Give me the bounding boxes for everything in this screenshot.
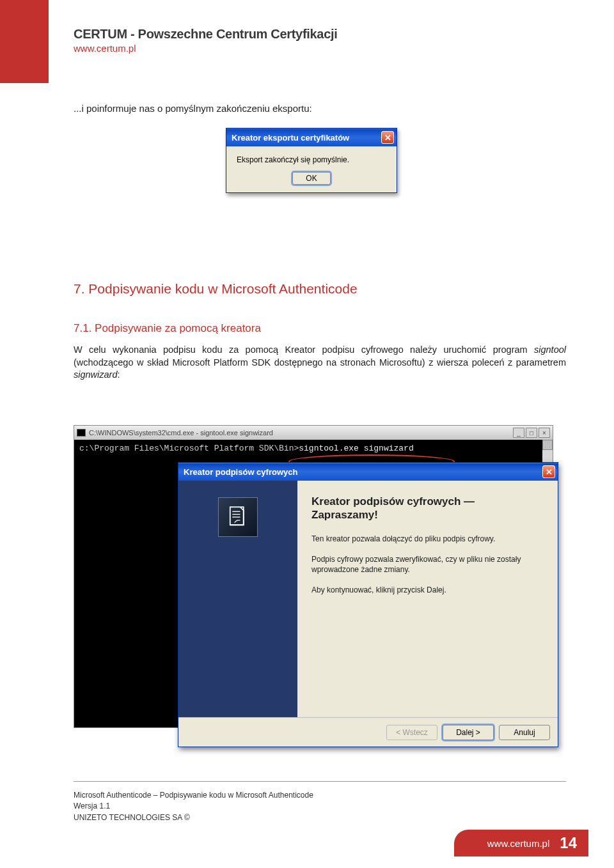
- cmd-line: c:\Program Files\Microsoft Platform SDK\…: [79, 444, 547, 453]
- para-text: (wchodzącego w skład Microsoft Platform …: [74, 357, 566, 368]
- svg-rect-0: [230, 507, 244, 525]
- wizard-p3: Aby kontynuować, kliknij przycisk Dalej.: [311, 585, 544, 595]
- section-7-heading: 7. Podpisywanie kodu w Microsoft Authent…: [74, 281, 566, 297]
- signature-wizard-dialog: Kreator podpisów cyfrowych ✕ Kreator pod…: [178, 462, 558, 747]
- footer-text: Microsoft Authenticode – Podpisywanie ko…: [74, 790, 313, 823]
- wizard-p1: Ten kreator pozwala dołączyć do pliku po…: [311, 534, 544, 544]
- cmd-titlebar[interactable]: C:\WINDOWS\system32\cmd.exe - signtool.e…: [74, 426, 553, 440]
- header-title: CERTUM - Powszechne Centrum Certyfikacji: [74, 27, 338, 42]
- close-icon[interactable]: ✕: [542, 465, 555, 478]
- back-button: < Wstecz: [386, 725, 437, 740]
- wizard-side-banner: [178, 481, 297, 717]
- page-header: CERTUM - Powszechne Centrum Certyfikacji…: [74, 27, 338, 54]
- close-icon[interactable]: ×: [539, 428, 550, 438]
- wizard-button-row: < Wstecz Dalej > Anuluj: [178, 717, 558, 747]
- dialog-title: Kreator podpisów cyfrowych: [184, 467, 297, 477]
- footer-line-3: UNIZETO TECHNOLOGIES SA ©: [74, 812, 313, 823]
- section-7-1-heading: 7.1. Podpisywanie za pomocą kreatora: [74, 322, 566, 335]
- dialog-body: Eksport zakończył się pomyślnie. OK: [226, 146, 397, 192]
- signtool-term: signtool: [534, 345, 566, 355]
- dialog-title: Kreator eksportu certyfikatów: [232, 133, 349, 143]
- signwizard-term: signwizard: [74, 369, 118, 380]
- page-number-badge: www.certum.pl 14: [454, 830, 588, 856]
- section-7-1-paragraph: W celu wykonania podpisu kodu za pomocą …: [74, 344, 566, 382]
- close-icon[interactable]: ✕: [381, 131, 394, 144]
- maximize-icon[interactable]: □: [526, 428, 537, 438]
- footer-divider: [74, 781, 566, 782]
- wizard-main: Kreator podpisów cyfrowych — Zapraszamy!…: [297, 481, 558, 717]
- wizard-p2: Podpis cyfrowy pozwala zweryfikować, czy…: [311, 554, 544, 575]
- wizard-body: Kreator podpisów cyfrowych — Zapraszamy!…: [178, 481, 558, 717]
- wizard-heading: Kreator podpisów cyfrowych — Zapraszamy!: [311, 495, 544, 522]
- export-success-message: Eksport zakończył się pomyślnie.: [234, 155, 389, 164]
- dialog-titlebar[interactable]: Kreator eksportu certyfikatów ✕: [226, 128, 397, 146]
- footer-line-1: Microsoft Authenticode – Podpisywanie ko…: [74, 790, 313, 801]
- scroll-up-icon[interactable]: ▴: [542, 440, 553, 450]
- cancel-button[interactable]: Anuluj: [499, 725, 550, 740]
- next-button[interactable]: Dalej >: [443, 725, 494, 740]
- dialog-titlebar[interactable]: Kreator podpisów cyfrowych ✕: [178, 463, 558, 481]
- ok-button[interactable]: OK: [292, 172, 330, 185]
- footer-url: www.certum.pl: [487, 838, 550, 849]
- intro-paragraph: ...i poinformuje nas o pomyślnym zakończ…: [74, 102, 566, 115]
- cmd-icon: [77, 429, 86, 437]
- export-success-dialog: Kreator eksportu certyfikatów ✕ Eksport …: [226, 128, 397, 193]
- cmd-command: signtool.exe signwizard: [299, 444, 413, 453]
- wizard-document-icon: [218, 497, 258, 537]
- header-url: www.certum.pl: [74, 43, 338, 54]
- page-number: 14: [560, 834, 577, 852]
- vertical-red-bar: [0, 0, 49, 83]
- para-text: W celu wykonania podpisu kodu za pomocą …: [74, 345, 534, 355]
- para-text: :: [118, 369, 120, 380]
- cmd-prompt-path: c:\Program Files\Microsoft Platform SDK\…: [79, 444, 299, 453]
- cmd-title-text: C:\WINDOWS\system32\cmd.exe - signtool.e…: [89, 429, 273, 437]
- footer-line-2: Wersja 1.1: [74, 801, 313, 812]
- minimize-icon[interactable]: _: [513, 428, 524, 438]
